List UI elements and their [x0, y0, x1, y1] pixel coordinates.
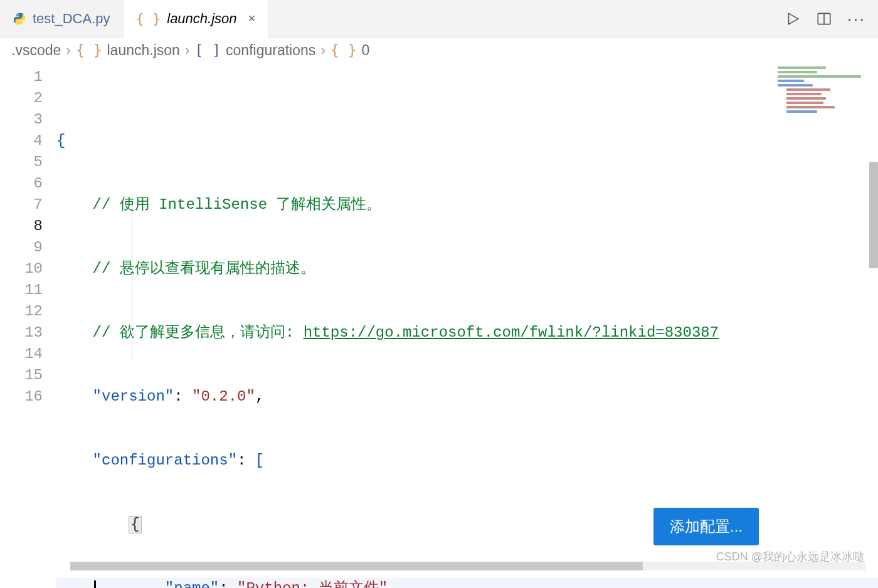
breadcrumb-file[interactable]: launch.json [107, 42, 179, 59]
run-icon[interactable] [785, 11, 801, 27]
breadcrumb-index[interactable]: 0 [361, 42, 369, 59]
minimap[interactable] [778, 66, 865, 142]
split-editor-icon[interactable] [816, 11, 832, 27]
vertical-scrollbar[interactable] [869, 162, 878, 268]
more-actions-icon[interactable]: ··· [847, 9, 865, 29]
json-icon: { } [136, 11, 161, 26]
array-icon: [ ] [195, 42, 221, 58]
chevron-right-icon: › [185, 42, 190, 59]
tab-bar: test_DCA.py { } launch.json × ··· [0, 0, 878, 38]
tab-test-dca[interactable]: test_DCA.py [0, 0, 124, 38]
breadcrumb[interactable]: .vscode › { } launch.json › [ ] configur… [0, 38, 878, 63]
breadcrumb-key[interactable]: configurations [226, 42, 315, 59]
chevron-right-icon: › [320, 42, 325, 59]
tab-label-inactive: test_DCA.py [33, 11, 110, 27]
add-configuration-button[interactable]: 添加配置... [653, 508, 759, 545]
line-number-gutter: 1 2 3 4 5 6 7 8 9 10 11 12 13 14 15 16 [0, 63, 56, 588]
close-icon[interactable]: × [248, 11, 256, 26]
scrollbar-thumb[interactable] [70, 562, 643, 570]
breadcrumb-folder[interactable]: .vscode [11, 42, 61, 59]
python-icon [13, 12, 26, 26]
tab-label-active: launch.json [167, 11, 236, 27]
chevron-right-icon: › [66, 42, 71, 59]
json-icon: { } [76, 42, 102, 58]
object-icon: { } [331, 42, 357, 58]
tab-launch-json[interactable]: { } launch.json × [124, 0, 269, 38]
watermark-text: CSDN @我的心永远是冰冰哒 [716, 549, 864, 564]
editor-toolbar: ··· [785, 9, 878, 29]
